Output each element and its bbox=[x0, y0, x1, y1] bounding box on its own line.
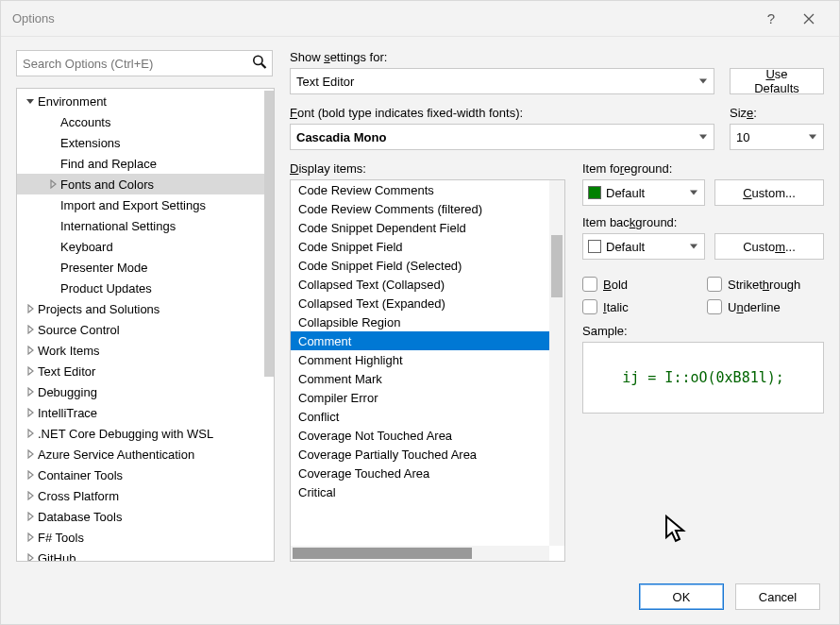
sample-label: Sample: bbox=[582, 324, 824, 338]
tree-item[interactable]: Text Editor bbox=[17, 361, 274, 381]
tree-scrollbar[interactable] bbox=[264, 91, 274, 559]
tree-item[interactable]: .NET Core Debugging with WSL bbox=[17, 423, 274, 444]
font-label: Font (bold type indicates fixed-width fo… bbox=[290, 106, 523, 120]
chevron-right-icon bbox=[23, 304, 38, 313]
list-item[interactable]: Coverage Partially Touched Area bbox=[291, 445, 564, 464]
tree-item[interactable]: Azure Service Authentication bbox=[17, 444, 274, 465]
search-input[interactable] bbox=[16, 50, 273, 76]
tree-item-label: GitHub bbox=[38, 551, 76, 562]
list-item[interactable]: Comment Highlight bbox=[291, 350, 564, 369]
strikethrough-checkbox[interactable]: Strikethrough bbox=[707, 277, 824, 292]
tree-item-label: IntelliTrace bbox=[38, 406, 97, 420]
chevron-right-icon bbox=[23, 532, 38, 542]
listbox-hscroll-thumb[interactable] bbox=[293, 548, 472, 559]
tree-item[interactable]: Accounts bbox=[17, 111, 274, 132]
tree-item[interactable]: F# Tools bbox=[17, 527, 274, 548]
tree-item[interactable]: International Settings bbox=[17, 215, 274, 236]
help-button[interactable]: ? bbox=[752, 1, 790, 37]
search-wrap bbox=[16, 50, 273, 76]
chevron-right-icon bbox=[23, 325, 38, 334]
sample-preview: ij = I::oO(0xB81l); bbox=[582, 342, 824, 414]
tree-item[interactable]: Presenter Mode bbox=[17, 257, 274, 278]
tree-item[interactable]: Database Tools bbox=[17, 506, 274, 527]
list-item[interactable]: Collapsible Region bbox=[291, 312, 564, 331]
titlebar: Options ? bbox=[1, 1, 839, 37]
chevron-right-icon bbox=[45, 179, 60, 189]
list-item[interactable]: Code Snippet Dependent Field bbox=[291, 218, 564, 237]
ok-button[interactable]: OK bbox=[639, 583, 724, 610]
chevron-right-icon bbox=[23, 346, 38, 355]
tree-item[interactable]: Product Updates bbox=[17, 278, 274, 298]
show-settings-select[interactable]: Text Editor bbox=[290, 68, 714, 94]
size-select[interactable]: 10 bbox=[730, 124, 824, 150]
italic-checkbox[interactable]: Italic bbox=[582, 299, 699, 314]
tree-item-label: Debugging bbox=[38, 385, 97, 399]
list-item[interactable]: Comment bbox=[291, 331, 564, 350]
tree-item-label: Extensions bbox=[60, 136, 121, 150]
list-item[interactable]: Comment Mark bbox=[291, 369, 564, 388]
chevron-right-icon bbox=[23, 429, 38, 438]
chevron-right-icon bbox=[23, 449, 38, 459]
tree-item[interactable]: Keyboard bbox=[17, 236, 274, 257]
search-icon[interactable] bbox=[252, 55, 267, 73]
list-item[interactable]: Code Review Comments (filtered) bbox=[291, 199, 564, 218]
tree-item-label: F# Tools bbox=[38, 531, 84, 545]
underline-checkbox[interactable]: Underline bbox=[707, 299, 824, 314]
tree-item[interactable]: Cross Platform bbox=[17, 485, 274, 506]
list-item[interactable]: Coverage Touched Area bbox=[291, 464, 564, 482]
list-item[interactable]: Conflict bbox=[291, 407, 564, 426]
tree-item[interactable]: Projects and Solutions bbox=[17, 298, 274, 319]
tree-item[interactable]: Work Items bbox=[17, 340, 274, 361]
chevron-right-icon bbox=[23, 366, 38, 376]
tree-item[interactable]: Container Tools bbox=[17, 465, 274, 485]
tree-item[interactable]: GitHub bbox=[17, 548, 274, 561]
tree-item-label: International Settings bbox=[60, 219, 176, 233]
tree-item-label: Import and Export Settings bbox=[60, 198, 206, 212]
tree-item[interactable]: Find and Replace bbox=[17, 153, 274, 174]
item-fg-label: Item foreground: bbox=[582, 161, 672, 176]
tree-item-label: Work Items bbox=[38, 344, 100, 358]
listbox-vscrollbar[interactable] bbox=[549, 180, 564, 546]
tree-item-label: Product Updates bbox=[60, 281, 152, 296]
tree-item[interactable]: Import and Export Settings bbox=[17, 194, 274, 215]
options-dialog: Options ? EnvironmentAccountsExtensionsF… bbox=[0, 0, 840, 625]
list-item[interactable]: Collapsed Text (Collapsed) bbox=[291, 275, 564, 294]
tree-item-label: Fonts and Colors bbox=[60, 177, 154, 192]
bg-custom-button[interactable]: Custom... bbox=[714, 233, 824, 260]
list-item[interactable]: Collapsed Text (Expanded) bbox=[291, 294, 564, 312]
tree-item-label: Accounts bbox=[60, 115, 110, 129]
use-defaults-button[interactable]: Use Defaults bbox=[730, 68, 824, 94]
tree-item[interactable]: Extensions bbox=[17, 132, 274, 153]
list-item[interactable]: Code Snippet Field bbox=[291, 237, 564, 256]
bold-checkbox[interactable]: Bold bbox=[582, 277, 699, 292]
tree-item-label: Environment bbox=[38, 94, 107, 109]
fg-custom-button[interactable]: Custom... bbox=[714, 179, 824, 206]
display-items-listbox[interactable]: Code Review CommentsCode Review Comments… bbox=[290, 179, 565, 562]
chevron-right-icon bbox=[23, 387, 38, 397]
list-item[interactable]: Compiler Error bbox=[291, 388, 564, 407]
tree-item[interactable]: Source Control bbox=[17, 319, 274, 340]
fg-color-swatch bbox=[588, 186, 601, 199]
show-settings-label: Show settings for: bbox=[290, 50, 387, 64]
tree-item-label: Cross Platform bbox=[38, 489, 119, 503]
options-tree[interactable]: EnvironmentAccountsExtensionsFind and Re… bbox=[16, 88, 275, 562]
list-item[interactable]: Coverage Not Touched Area bbox=[291, 426, 564, 445]
tree-item[interactable]: Environment bbox=[17, 91, 274, 111]
tree-item[interactable]: Fonts and Colors bbox=[17, 174, 274, 194]
list-item[interactable]: Code Review Comments bbox=[291, 180, 564, 199]
close-icon bbox=[803, 13, 815, 25]
chevron-right-icon bbox=[23, 470, 38, 480]
tree-scrollbar-thumb[interactable] bbox=[264, 91, 274, 377]
font-select[interactable]: Cascadia Mono bbox=[290, 124, 714, 150]
tree-item-label: Keyboard bbox=[60, 240, 113, 254]
help-icon: ? bbox=[767, 10, 775, 26]
list-item[interactable]: Critical bbox=[291, 482, 564, 501]
cancel-button[interactable]: Cancel bbox=[735, 583, 820, 610]
close-button[interactable] bbox=[790, 1, 828, 37]
tree-item-label: Azure Service Authentication bbox=[38, 448, 194, 462]
listbox-hscrollbar[interactable] bbox=[291, 546, 549, 561]
list-item[interactable]: Code Snippet Field (Selected) bbox=[291, 256, 564, 275]
listbox-vscroll-thumb[interactable] bbox=[551, 235, 563, 297]
tree-item[interactable]: IntelliTrace bbox=[17, 402, 274, 423]
tree-item[interactable]: Debugging bbox=[17, 381, 274, 402]
